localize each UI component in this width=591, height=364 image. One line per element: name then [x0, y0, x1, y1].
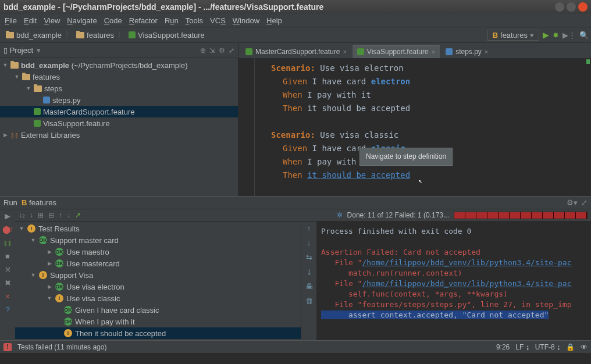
hide-icon[interactable]: ⤢ — [581, 198, 588, 207]
run-config-selector[interactable]: B features ▾ — [487, 30, 539, 41]
folder-icon — [22, 74, 30, 80]
tab-visa[interactable]: VisaSupport.feature× — [353, 45, 440, 58]
inspector-icon[interactable]: 👁 — [581, 343, 588, 351]
window-maximize[interactable] — [567, 2, 576, 12]
gherkin-icon — [245, 48, 252, 55]
expand-icon[interactable]: ⊞ — [38, 211, 44, 219]
menu-help[interactable]: Help — [266, 16, 282, 25]
run-tab-label[interactable]: Run B features — [3, 198, 56, 207]
rerun-icon[interactable]: ▶ — [5, 212, 10, 220]
collapse-icon[interactable]: ⊟ — [48, 211, 54, 219]
test-classic[interactable]: ▼!Use visa classic — [15, 292, 301, 304]
tree-mastercard[interactable]: MasterCardSupport.feature — [0, 106, 238, 117]
close-icon[interactable]: × — [485, 48, 488, 55]
sort-icon[interactable]: ↓₂ — [19, 211, 25, 219]
rerun-failed-icon[interactable]: ⫿⫿ — [3, 238, 12, 247]
menu-code[interactable]: Code — [104, 16, 122, 25]
gear-icon[interactable]: ⚙▾ — [567, 198, 578, 207]
tree-visa[interactable]: VisaSupport.feature — [0, 117, 238, 129]
print-icon[interactable]: 🖶 — [305, 282, 313, 291]
folder-icon — [76, 32, 84, 38]
crumb-root[interactable]: bdd_example — [16, 31, 62, 40]
test-visa[interactable]: ▼!Support Visa — [15, 269, 301, 281]
up-icon[interactable]: ↑ — [307, 224, 311, 233]
test-mastercard[interactable]: ▶OKUse mastercard — [15, 258, 301, 269]
gear-icon[interactable]: ⚙ — [219, 47, 225, 55]
wrap-icon[interactable]: ⇆ — [306, 253, 312, 262]
test-root[interactable]: ▼!Test Results — [15, 223, 301, 234]
filter-icon[interactable]: ↓ — [30, 211, 33, 219]
encoding[interactable]: UTF-8 ⨾ — [535, 343, 560, 351]
tree-features[interactable]: ▼features — [0, 71, 238, 83]
lock-icon[interactable]: 🔒 — [566, 343, 575, 351]
menu-view[interactable]: View — [44, 16, 60, 25]
test-maestro[interactable]: ▶OKUse maestro — [15, 246, 301, 258]
menu-tools[interactable]: Tools — [186, 16, 203, 25]
gear-icon[interactable]: ✲ — [337, 211, 343, 219]
down-icon[interactable]: ↓ — [307, 238, 311, 247]
run-button[interactable]: ▶ — [543, 30, 549, 40]
crumb-folder[interactable]: features — [87, 31, 114, 40]
menu-edit[interactable]: Edit — [24, 16, 37, 25]
stop-icon[interactable]: ■ — [5, 252, 10, 260]
menu-run[interactable]: Run — [165, 16, 179, 25]
console-output[interactable]: Process finished with exit code 0 Assert… — [316, 222, 591, 340]
folder-icon — [10, 62, 19, 69]
menu-navigate[interactable]: Navigate — [67, 16, 97, 25]
test-step-when[interactable]: OKWhen I pay with it — [15, 316, 301, 327]
tree-ext-libs[interactable]: ▶⫿⫿External Libraries — [0, 129, 238, 141]
code-editor[interactable]: Scenario: Use visa electron Given I have… — [238, 58, 591, 196]
menu-window[interactable]: Window — [233, 16, 259, 25]
run-more-icon[interactable]: ▶⋮ — [562, 31, 576, 40]
breadcrumb[interactable]: bdd_example 〉 features 〉 VisaSupport.fea… — [2, 30, 208, 40]
test-mc[interactable]: ▼OKSupport master card — [15, 234, 301, 246]
close-icon[interactable]: × — [432, 48, 435, 55]
nav-bar: bdd_example 〉 features 〉 VisaSupport.fea… — [0, 27, 591, 43]
debug-button[interactable]: ✸ — [553, 31, 559, 40]
close-icon[interactable]: × — [5, 292, 10, 301]
tree-root[interactable]: ▼bdd_example (~/PycharmProjects/bdd_exam… — [0, 59, 238, 71]
pin-icon[interactable]: ⤧ — [5, 265, 11, 274]
toggle-break-icon[interactable]: ⬤! — [2, 225, 13, 234]
tab-mastercard[interactable]: MasterCardSupport.feature× — [241, 45, 351, 58]
line-sep[interactable]: LF ⨾ — [515, 343, 529, 351]
tree-steps-py[interactable]: steps.py — [0, 94, 238, 106]
tab-steps[interactable]: steps.py× — [441, 45, 493, 58]
folder-icon — [6, 32, 14, 38]
collapse-icon[interactable]: ⇲ — [209, 47, 215, 55]
error-icon[interactable]: ! — [3, 343, 12, 351]
hide-icon[interactable]: ⤢ — [229, 47, 234, 55]
menu-file[interactable]: File — [5, 16, 17, 25]
test-electron[interactable]: ▶OKUse visa electron — [15, 281, 301, 292]
window-close[interactable] — [578, 2, 588, 12]
prev-icon[interactable]: ↑ — [59, 211, 62, 219]
crumb-file[interactable]: VisaSupport.feature — [138, 31, 205, 40]
test-step-given[interactable]: OKGiven I have card classic — [15, 304, 301, 316]
menu-bar: File Edit View Navigate Code Refactor Ru… — [0, 14, 591, 27]
console-side-toolbar: ↑ ↓ ⇆ ⤓ 🖶 🗑 — [301, 222, 316, 340]
project-tree[interactable]: ▼bdd_example (~/PycharmProjects/bdd_exam… — [0, 58, 238, 196]
trash-icon[interactable]: 🗑 — [305, 297, 313, 305]
run-side-toolbar: ▶ ⬤! ⫿⫿ ■ ⤧ ✖ × ? — [0, 209, 15, 340]
search-icon[interactable]: 🔍 — [579, 31, 589, 40]
next-icon[interactable]: ↓ — [67, 211, 70, 219]
window-minimize[interactable] — [555, 2, 564, 12]
editor-tabs: MasterCardSupport.feature× VisaSupport.f… — [238, 43, 591, 58]
menu-refactor[interactable]: Refactor — [129, 16, 158, 25]
test-step-then[interactable]: !Then it should be accepted — [15, 327, 301, 339]
scroll-to-icon[interactable]: ⊕ — [200, 47, 206, 55]
kill-icon[interactable]: ✖ — [5, 279, 11, 287]
project-view-label[interactable]: ▯ Project — [3, 46, 33, 55]
file-link[interactable]: /home/filippov/bdd_venv/lib/python3.4/si… — [362, 258, 571, 267]
scroll-icon[interactable]: ⤓ — [306, 267, 312, 276]
run-config-label: features — [500, 31, 528, 40]
step-link[interactable]: it should be accepted — [307, 170, 410, 180]
close-icon[interactable]: × — [343, 48, 346, 55]
tree-steps[interactable]: ▼steps — [0, 83, 238, 94]
menu-vcs[interactable]: VCS — [210, 16, 226, 25]
caret-position[interactable]: 9:26 — [496, 343, 510, 351]
export-icon[interactable]: ↗ — [75, 211, 81, 219]
help-icon[interactable]: ? — [5, 305, 9, 314]
test-results-tree[interactable]: ▼!Test Results ▼OKSupport master card ▶O… — [15, 222, 301, 340]
file-link[interactable]: /home/filippov/bdd_venv/lib/python3.4/si… — [362, 279, 571, 288]
